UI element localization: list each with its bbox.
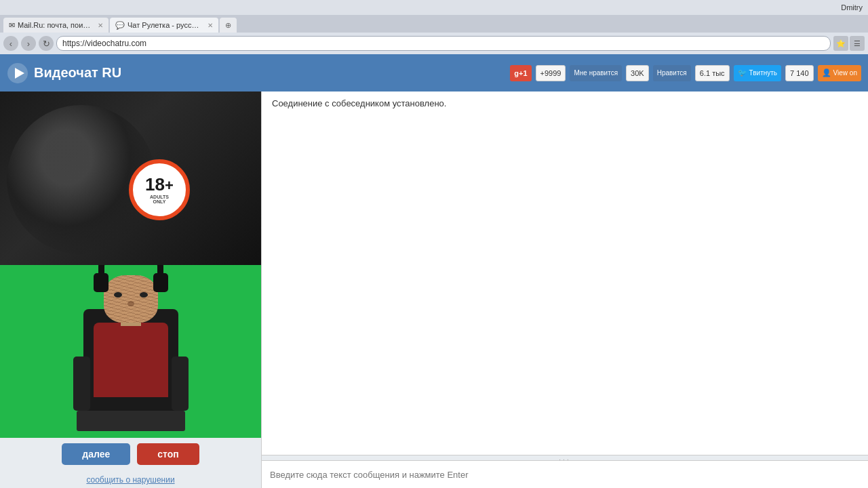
age-badge-18: 18+ ADULTS ONLY <box>129 159 190 220</box>
nose <box>127 301 134 306</box>
page-content: Видеочат RU g+1 +9999 Мне нравится 30K Н… <box>0 54 868 488</box>
badge-only-text: ONLY <box>145 199 174 204</box>
chat-panel: Соединение с собеседником установлено. .… <box>261 92 868 488</box>
tab-mail-close[interactable]: ✕ <box>98 22 103 29</box>
tab-chat-label: Чат Рулетка - русский... <box>127 21 202 29</box>
logo-text: Видеочат RU <box>34 65 121 81</box>
tab-new[interactable]: ⊕ <box>220 18 237 33</box>
reload-button[interactable]: ↻ <box>39 36 54 51</box>
ok-button[interactable]: 👤 View on <box>818 65 861 81</box>
chat-input-area <box>262 460 868 488</box>
chair-arm-right <box>172 357 189 411</box>
person-torso <box>94 323 168 397</box>
action-buttons: далее стоп <box>0 438 261 470</box>
ok-icon: 👤 <box>822 68 831 77</box>
gplus-button[interactable]: g+1 <box>510 65 531 81</box>
site-header: Видеочат RU g+1 +9999 Мне нравится 30K Н… <box>0 54 868 92</box>
browser-toolbar: ‹ › ↻ ⭐ ☰ <box>0 33 868 54</box>
logo-icon <box>7 62 28 84</box>
report-section: сообщить о нарушении <box>0 470 261 488</box>
chair-seat <box>77 411 185 431</box>
gplus-count: +9999 <box>536 65 566 81</box>
vk-share-label: Нравится <box>657 69 687 77</box>
person-figure <box>63 268 199 438</box>
eye-right <box>140 292 148 298</box>
vk-share-count-value: 6.1 тыс <box>700 69 725 77</box>
badge-plus-sign: + <box>165 177 174 194</box>
browser-action-1[interactable]: ⭐ <box>833 36 848 51</box>
ok-label: View on <box>833 69 857 77</box>
chat-resize-handle[interactable]: ... <box>262 455 868 460</box>
badge-circle: 18+ ADULTS ONLY <box>129 159 190 220</box>
next-button[interactable]: далее <box>62 443 130 465</box>
tab-mail-label: Мail.Ru: почта, поиск... <box>18 21 92 29</box>
tab-new-icon: ⊕ <box>225 21 231 30</box>
badge-inner: 18+ ADULTS ONLY <box>145 176 174 204</box>
vk-like-count-value: 30K <box>631 69 644 77</box>
tab-chat[interactable]: 💬 Чат Рулетка - русский... ✕ <box>110 18 218 33</box>
eye-left <box>114 292 122 298</box>
forward-button[interactable]: › <box>21 36 36 51</box>
chat-input[interactable] <box>262 461 868 488</box>
gplus-label: g+1 <box>514 69 527 77</box>
twitter-bird-icon: 🐦 <box>738 68 747 77</box>
twitter-count: 7 140 <box>785 65 814 81</box>
vk-share-count: 6.1 тыс <box>695 65 730 81</box>
browser-tabs: ✉ Мail.Ru: почта, поиск... ✕ 💬 Чат Рулет… <box>0 15 868 33</box>
social-buttons: g+1 +9999 Мне нравится 30K Нравится 6.1 … <box>510 65 861 81</box>
chat-status-message: Соединение с собеседником установлено. <box>272 98 858 108</box>
badge-adults-text: ADULTS <box>145 195 174 199</box>
video-panel: 18+ ADULTS ONLY <box>0 92 261 488</box>
browser-user: Dmitry <box>841 3 863 12</box>
badge-18-number: 18 <box>145 174 165 195</box>
browser-actions: ⭐ ☰ <box>833 36 865 51</box>
tab-chat-close[interactable]: ✕ <box>208 22 213 29</box>
twitter-label: Твитнуть <box>749 69 777 77</box>
back-button[interactable]: ‹ <box>3 36 18 51</box>
local-video <box>0 265 261 439</box>
vk-like-label: Мне нравится <box>574 69 618 77</box>
twitter-button[interactable]: 🐦 Твитнуть <box>734 65 781 81</box>
browser-action-2[interactable]: ☰ <box>850 36 865 51</box>
stop-button[interactable]: стоп <box>137 443 199 465</box>
browser-chrome: Dmitry ✉ Мail.Ru: почта, поиск... ✕ 💬 Ча… <box>0 0 868 54</box>
vk-like-button[interactable]: Мне нравится <box>570 65 622 81</box>
address-bar[interactable] <box>56 36 831 51</box>
main-content: 18+ ADULTS ONLY <box>0 92 868 488</box>
gplus-count-value: +9999 <box>540 69 561 77</box>
twitter-count-value: 7 140 <box>790 69 809 77</box>
tab-mail[interactable]: ✉ Мail.Ru: почта, поиск... ✕ <box>3 18 108 33</box>
remote-video: 18+ ADULTS ONLY <box>0 92 261 265</box>
report-link[interactable]: сообщить о нарушении <box>86 475 174 485</box>
headphone-right-ear <box>153 273 168 292</box>
chair-arm-left <box>73 357 90 411</box>
vk-like-count: 30K <box>626 65 649 81</box>
browser-titlebar: Dmitry <box>0 0 868 15</box>
headphone-left-ear <box>94 273 108 292</box>
vk-share-button[interactable]: Нравится <box>653 65 691 81</box>
chat-messages: Соединение с собеседником установлено. <box>262 92 868 455</box>
